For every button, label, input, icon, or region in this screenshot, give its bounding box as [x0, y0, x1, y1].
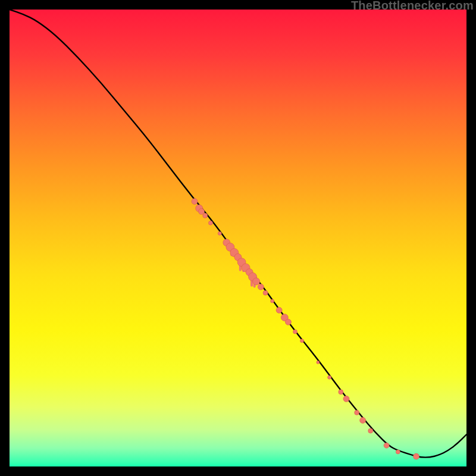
data-point — [192, 199, 198, 205]
data-point — [253, 278, 260, 285]
data-point — [317, 361, 320, 364]
chart-canvas: TheBottlenecker.com — [0, 0, 476, 476]
watermark-text: TheBottlenecker.com — [351, 0, 474, 12]
data-point — [384, 443, 389, 448]
data-point — [208, 221, 212, 225]
data-point — [300, 339, 304, 343]
data-point — [355, 410, 359, 415]
data-point — [368, 428, 373, 433]
scatter-dots — [192, 199, 419, 460]
data-point — [396, 450, 400, 454]
data-point — [293, 330, 298, 334]
data-point — [218, 231, 221, 235]
data-point — [328, 375, 331, 379]
data-point — [199, 208, 205, 214]
chart-overlay — [10, 10, 466, 466]
data-point — [414, 453, 419, 459]
plot-area — [10, 10, 466, 466]
data-point — [285, 319, 291, 325]
bottleneck-curve — [10, 10, 466, 458]
data-point — [258, 284, 264, 290]
data-point — [263, 290, 268, 295]
data-point — [203, 213, 208, 218]
data-point — [343, 396, 349, 402]
data-point — [276, 307, 282, 313]
data-point — [360, 417, 366, 423]
data-point — [271, 299, 274, 303]
data-point — [339, 390, 343, 394]
